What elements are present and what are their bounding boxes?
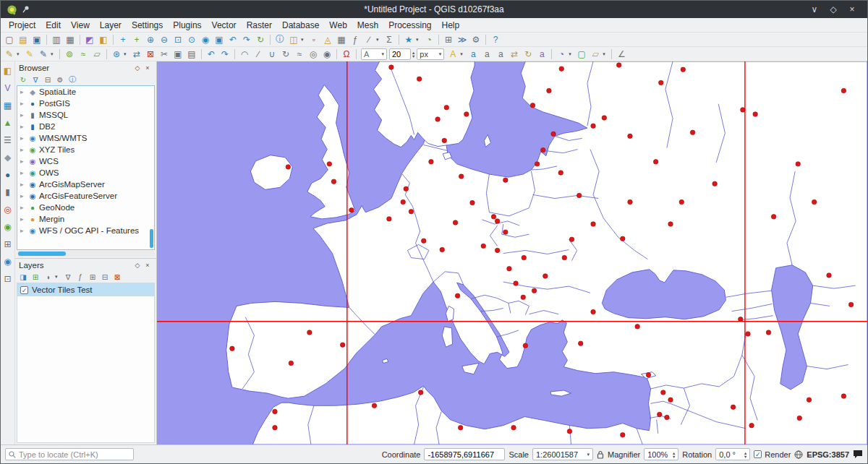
zoom-in-icon[interactable]: ⊕	[144, 33, 157, 46]
menu-edit[interactable]: Edit	[41, 19, 66, 32]
chevron-down-icon[interactable]: ▾	[124, 51, 129, 57]
browser-item-ows[interactable]: ▸◉OWS	[17, 167, 154, 179]
new-annotation-icon[interactable]: ▱	[589, 48, 602, 61]
zoom-last-icon[interactable]: ↶	[226, 33, 239, 46]
rotate-label-icon[interactable]: ↻	[522, 48, 535, 61]
add-vector-layer-icon[interactable]: V	[1, 82, 14, 95]
identify-features-icon[interactable]: ⓘ	[273, 33, 286, 46]
browser-item-postgis[interactable]: ▸●PostGIS	[17, 98, 154, 109]
save-project-icon[interactable]: ▣	[30, 33, 43, 46]
expander-icon[interactable]: ▸	[20, 146, 26, 153]
filter-legend-icon[interactable]: ∇	[63, 272, 73, 282]
pin-unpin-labels-icon[interactable]: a	[480, 48, 493, 61]
expander-icon[interactable]: ▸	[20, 134, 26, 142]
add-group-icon[interactable]: ⊞	[30, 272, 41, 282]
menu-settings[interactable]: Settings	[127, 19, 168, 32]
add-mssql-layer-icon[interactable]: ▮	[1, 186, 14, 199]
float-panel-button[interactable]: ◇	[132, 64, 142, 72]
chevron-down-icon[interactable]: ▾	[376, 37, 382, 43]
browser-item-wms-wmts[interactable]: ▸◉WMS/WMTS	[17, 132, 154, 144]
diagram-options-icon[interactable]: ◔	[555, 48, 568, 61]
collapse-all-icon[interactable]: ⊟	[100, 272, 110, 282]
select-features-icon[interactable]: ◫	[287, 33, 300, 46]
add-ring-icon[interactable]: ◎	[307, 48, 320, 61]
menu-plugins[interactable]: Plugins	[168, 19, 206, 32]
shade-button[interactable]: ∨	[805, 4, 824, 14]
help-contents-icon[interactable]: ?	[489, 33, 502, 46]
remove-layer-icon[interactable]: ⊠	[112, 272, 122, 282]
menu-vector[interactable]: Vector	[207, 19, 242, 32]
manage-map-themes-icon[interactable]: ◑	[43, 272, 53, 282]
zoom-native-icon[interactable]: ⊙	[185, 33, 198, 46]
chevron-down-icon[interactable]: ▾	[55, 274, 61, 280]
font-size-spinner[interactable]: ▴▾	[412, 51, 414, 58]
delete-selected-icon[interactable]: ⊠	[144, 48, 157, 61]
add-xyz-layer-icon[interactable]: ⊞	[1, 238, 14, 251]
menu-raster[interactable]: Raster	[242, 19, 277, 32]
maximize-button[interactable]: ◇	[824, 4, 843, 14]
expander-icon[interactable]: ▸	[20, 100, 26, 107]
browser-item-arcgismapserver[interactable]: ▸◉ArcGisMapServer	[17, 179, 154, 190]
highlight-pinned-labels-icon[interactable]: a	[467, 48, 480, 61]
vertex-tool-icon[interactable]: ⊛	[110, 48, 123, 61]
chevron-down-icon[interactable]: ▾	[460, 51, 466, 57]
deselect-features-icon[interactable]: ▫	[307, 33, 320, 46]
select-by-expression-icon[interactable]: ◬	[321, 33, 334, 46]
add-spatialite-layer-icon[interactable]: ◆	[1, 151, 14, 164]
chevron-down-icon[interactable]: ▾	[603, 51, 608, 57]
expander-icon[interactable]: ▸	[20, 215, 26, 223]
pin-icon[interactable]	[22, 5, 30, 14]
expander-icon[interactable]: ▸	[20, 169, 26, 176]
browser-filter-icon[interactable]: ∇	[30, 74, 41, 85]
map-canvas[interactable]	[157, 61, 867, 444]
pan-map-icon[interactable]: +	[116, 33, 129, 46]
zoom-next-icon[interactable]: ↷	[240, 33, 253, 46]
rotation-spinner[interactable]: ▴▾	[744, 451, 746, 458]
new-print-layout-icon[interactable]: ▥	[50, 33, 63, 46]
add-oracle-layer-icon[interactable]: ◎	[1, 203, 14, 216]
menu-mesh[interactable]: Mesh	[352, 19, 383, 32]
statistics-icon[interactable]: Σ	[383, 33, 396, 46]
chevron-down-icon[interactable]: ▾	[17, 51, 22, 57]
chevron-down-icon[interactable]: ▾	[381, 51, 384, 57]
expander-icon[interactable]: ▸	[20, 88, 26, 95]
browser-collapse-all-icon[interactable]: ⊟	[43, 74, 53, 85]
browser-item-mergin[interactable]: ▸●Mergin	[17, 213, 154, 225]
open-attribute-table-icon[interactable]: ▦	[335, 33, 348, 46]
menu-layer[interactable]: Layer	[95, 19, 127, 32]
browser-info-icon[interactable]: ⓘ	[67, 74, 77, 85]
new-project-icon[interactable]: ▢	[3, 33, 16, 46]
expander-icon[interactable]: ▸	[20, 204, 26, 211]
browser-item-geonode[interactable]: ▸●GeoNode	[17, 202, 154, 213]
measure-icon[interactable]: ∕	[362, 33, 375, 46]
add-delimited-text-layer-icon[interactable]: ☰	[1, 134, 14, 147]
zoom-full-icon[interactable]: ⊡	[171, 33, 184, 46]
browser-item-spatialite[interactable]: ▸◆SpatiaLite	[17, 86, 154, 98]
menu-view[interactable]: View	[66, 19, 95, 32]
zoom-to-layer-icon[interactable]: ▣	[213, 33, 226, 46]
field-calculator-icon[interactable]: ƒ	[349, 33, 362, 46]
layer-labeling-icon[interactable]: A	[446, 48, 459, 61]
split-features-icon[interactable]: ∕	[252, 48, 265, 61]
new-map-view-icon[interactable]: ⊞	[442, 33, 455, 46]
chevron-down-icon[interactable]: ▾	[569, 51, 574, 57]
close-panel-button[interactable]: ×	[142, 262, 153, 269]
rotation-spinbox[interactable]: 0,0 ° ▴▾	[715, 448, 750, 460]
cut-features-icon[interactable]: ✂	[158, 48, 171, 61]
layer-checkbox[interactable]: ✓	[20, 286, 28, 294]
expander-icon[interactable]: ▸	[20, 158, 26, 165]
rotate-feature-icon[interactable]: ↻	[279, 48, 292, 61]
temporal-controller-icon[interactable]: ◔	[422, 33, 435, 46]
close-button[interactable]: ×	[843, 4, 861, 14]
add-point-feature-icon[interactable]: ⊚	[63, 48, 76, 61]
browser-vertical-scrollbar[interactable]	[150, 229, 153, 248]
change-label-icon[interactable]: a	[535, 48, 548, 61]
expander-icon[interactable]: ▸	[20, 192, 26, 199]
merge-features-icon[interactable]: ∪	[265, 48, 278, 61]
menu-project[interactable]: Project	[4, 19, 41, 32]
browser-refresh-icon[interactable]: ↻	[18, 74, 28, 85]
open-project-icon[interactable]: ▤	[17, 33, 30, 46]
text-format-combo[interactable]: A ▾	[361, 48, 387, 60]
add-wfs-layer-icon[interactable]: ◉	[1, 255, 14, 268]
snapping-options-icon[interactable]: Ω	[340, 48, 353, 61]
